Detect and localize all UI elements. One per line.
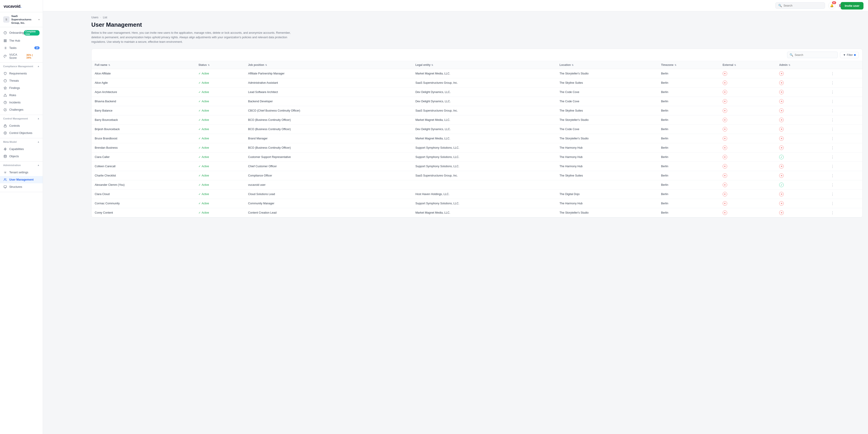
col-job[interactable]: Job position⇅ [245,61,412,69]
sort-icon: ⇅ [675,64,676,66]
row-actions-button[interactable]: ⋮ [829,90,836,94]
sidebar-item-challenges[interactable]: Challenges [0,106,43,113]
row-actions-button[interactable]: ⋮ [829,81,836,85]
table-search[interactable]: 🔍 [787,52,838,58]
cell-external: ✕ [719,78,776,88]
global-search[interactable]: 🔍 [775,2,825,9]
control-section-header[interactable]: Control Management ▲ [0,115,43,121]
cell-admin: ✕ [776,115,826,125]
org-switcher[interactable]: S SaaS Superstructures Group, Inc. ▾ [0,12,43,27]
col-legal[interactable]: Legal entity⇅ [412,61,556,69]
sidebar-item-label: Structures [9,185,22,189]
col-timezone[interactable]: Timezone⇅ [658,61,719,69]
row-actions-button[interactable]: ⋮ [829,118,836,122]
row-actions-button[interactable]: ⋮ [829,71,836,76]
external-no-icon: ✕ [723,71,727,76]
row-actions-button[interactable]: ⋮ [829,183,836,187]
cell-admin: ✕ [776,134,826,143]
row-actions-button[interactable]: ⋮ [829,127,836,132]
cell-menu: ⋮ [826,162,862,171]
tenant-settings-icon [3,170,7,174]
row-actions-button[interactable]: ⋮ [829,201,836,206]
cell-job: BCO (Business Continuity Officer) [245,115,412,125]
filter-button[interactable]: ▼ Filter [840,52,859,58]
sidebar-item-threats[interactable]: Threats [0,77,43,84]
table-row: Charlie Checklist ✓ Active Compliance Of… [92,171,862,180]
compliance-section-label: Compliance Management [3,65,33,68]
cell-status: ✓ Active [195,78,245,88]
table-row: Barry Balance ✓ Active CBCO (Chief Busin… [92,106,862,115]
row-actions-button[interactable]: ⋮ [829,164,836,169]
cell-external: ✕ [719,171,776,180]
svg-marker-14 [4,87,6,89]
sidebar-item-structures[interactable]: Structures [0,183,43,191]
admin-section-header[interactable]: Administration ▲ [0,162,43,168]
sidebar-item-user-management[interactable]: User Management [0,176,43,183]
cell-menu: ⋮ [826,69,862,78]
sidebar-item-label: Objects [9,155,19,158]
col-admin[interactable]: Admin⇅ [776,61,826,69]
cell-admin: ✕ [776,208,826,218]
row-actions-button[interactable]: ⋮ [829,192,836,197]
row-actions-button[interactable]: ⋮ [829,136,836,141]
row-actions-button[interactable]: ⋮ [829,145,836,150]
row-actions-button[interactable]: ⋮ [829,173,836,178]
cell-location: The Code Cove [556,97,658,106]
row-actions-button[interactable]: ⋮ [829,210,836,215]
sidebar-item-findings[interactable]: Findings [0,84,43,92]
sidebar-item-requirements[interactable]: Requirements [0,70,43,77]
row-actions-button[interactable]: ⋮ [829,108,836,113]
sidebar-item-onboarding[interactable]: Onboarding Complete now [0,29,43,37]
cell-status: ✓ Active [195,88,245,97]
sidebar-item-label: Tasks [9,47,17,50]
status-badge: ✓ Active [198,100,209,103]
vuca-score-icon [3,54,7,58]
row-actions-button[interactable]: ⋮ [829,99,836,104]
sidebar-item-hub[interactable]: The Hub [0,37,43,45]
compliance-section-header[interactable]: Compliance Management ▲ [0,63,43,68]
sidebar-item-tasks[interactable]: Tasks 14 [0,45,43,52]
admin-no-icon: ✕ [779,90,784,94]
notifications-button[interactable]: 🔔 60 [828,2,835,9]
check-icon: ✓ [198,211,201,214]
main-nav: Onboarding Complete now The Hub Tasks 14… [0,27,43,63]
search-input[interactable] [783,4,822,7]
sidebar-item-controls[interactable]: Controls [0,122,43,129]
sidebar-item-control-objectives[interactable]: Control Objectives [0,129,43,137]
col-location[interactable]: Location⇅ [556,61,658,69]
table-row: Colleen Carecall ✓ Active Chief Customer… [92,162,862,171]
cell-timezone: Berlin [658,125,719,134]
table-row: Brendan Business ✓ Active BCO (Business … [92,143,862,152]
sidebar-item-vuca-score[interactable]: VUCA Score 35% | 34% [0,52,43,61]
cell-status: ✓ Active [195,152,245,162]
breadcrumb-users[interactable]: Users [91,16,98,19]
col-fullname[interactable]: Full name⇅ [92,61,195,69]
cell-external: ✕ [719,152,776,162]
invite-user-button[interactable]: Invite user [841,2,864,9]
cell-timezone: Berlin [658,208,719,218]
check-icon: ✓ [198,174,201,177]
status-badge: ✓ Active [198,155,209,158]
sidebar-item-risks[interactable]: Risks [0,92,43,99]
row-actions-button[interactable]: ⋮ [829,155,836,160]
external-no-icon: ✕ [723,99,727,104]
col-status[interactable]: Status⇅ [195,61,245,69]
external-no-icon: ✕ [723,118,727,122]
col-external[interactable]: External⇅ [719,61,776,69]
meta-section-header[interactable]: Meta Model ▲ [0,138,43,144]
cell-status: ✓ Active [195,106,245,115]
cell-menu: ⋮ [826,134,862,143]
admin-no-icon: ✕ [779,201,784,206]
cell-menu: ⋮ [826,143,862,152]
external-no-icon: ✕ [723,81,727,85]
cell-name: Colleen Carecall [92,162,195,171]
table-search-input[interactable] [795,53,835,57]
sidebar-item-incidents[interactable]: Incidents [0,99,43,106]
cell-name: Bhavna Backend [92,97,195,106]
cell-menu: ⋮ [826,152,862,162]
sidebar-item-capabilities[interactable]: Capabilities [0,145,43,153]
sidebar-item-objects[interactable]: Objects [0,153,43,160]
cell-external: ✕ [719,125,776,134]
cell-timezone: Berlin [658,190,719,199]
sidebar-item-tenant-settings[interactable]: Tenant settings [0,169,43,176]
